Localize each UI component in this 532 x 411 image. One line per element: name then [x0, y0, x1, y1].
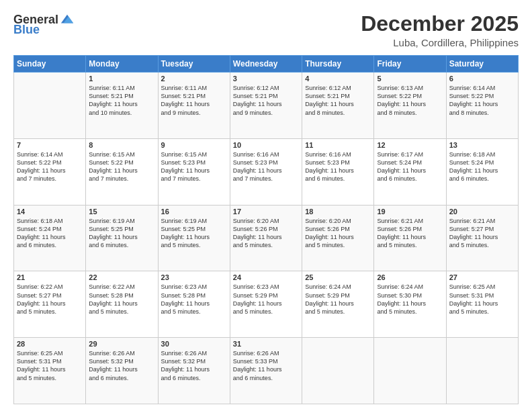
calendar-cell: 28Sunrise: 6:25 AM Sunset: 5:31 PM Dayli…: [14, 338, 86, 404]
day-number: 13: [449, 141, 515, 149]
day-info: Sunrise: 6:21 AM Sunset: 5:26 PM Dayligh…: [377, 217, 443, 250]
calendar-cell: 26Sunrise: 6:24 AM Sunset: 5:30 PM Dayli…: [374, 271, 446, 338]
calendar-cell: 20Sunrise: 6:21 AM Sunset: 5:27 PM Dayli…: [446, 205, 518, 271]
calendar-cell: 10Sunrise: 6:16 AM Sunset: 5:23 PM Dayli…: [230, 138, 302, 205]
day-number: 29: [89, 340, 154, 348]
calendar-table: Sunday Monday Tuesday Wednesday Thursday…: [13, 55, 519, 404]
page: General Blue December 2025 Luba, Cordill…: [0, 0, 532, 411]
calendar-cell: 18Sunrise: 6:20 AM Sunset: 5:26 PM Dayli…: [302, 205, 374, 271]
week-row-3: 21Sunrise: 6:22 AM Sunset: 5:27 PM Dayli…: [14, 271, 519, 338]
day-number: 19: [377, 208, 443, 216]
month-title: December 2025: [361, 12, 519, 36]
day-info: Sunrise: 6:20 AM Sunset: 5:26 PM Dayligh…: [233, 217, 299, 250]
day-number: 20: [449, 208, 515, 216]
day-info: Sunrise: 6:26 AM Sunset: 5:32 PM Dayligh…: [161, 349, 227, 382]
day-number: 17: [233, 208, 299, 216]
week-row-2: 14Sunrise: 6:18 AM Sunset: 5:24 PM Dayli…: [14, 205, 519, 271]
col-saturday: Saturday: [446, 56, 518, 73]
calendar-cell: 7Sunrise: 6:14 AM Sunset: 5:22 PM Daylig…: [14, 138, 86, 205]
logo-blue: Blue: [13, 23, 40, 37]
day-info: Sunrise: 6:22 AM Sunset: 5:27 PM Dayligh…: [17, 283, 83, 316]
calendar-cell: 24Sunrise: 6:23 AM Sunset: 5:29 PM Dayli…: [230, 271, 302, 338]
day-info: Sunrise: 6:22 AM Sunset: 5:28 PM Dayligh…: [89, 283, 154, 316]
calendar-cell: 2Sunrise: 6:11 AM Sunset: 5:21 PM Daylig…: [158, 73, 230, 139]
day-info: Sunrise: 6:26 AM Sunset: 5:33 PM Dayligh…: [233, 349, 299, 382]
calendar-cell: [14, 73, 86, 139]
day-info: Sunrise: 6:19 AM Sunset: 5:25 PM Dayligh…: [89, 217, 154, 250]
day-info: Sunrise: 6:11 AM Sunset: 5:21 PM Dayligh…: [89, 84, 154, 117]
day-info: Sunrise: 6:23 AM Sunset: 5:28 PM Dayligh…: [161, 283, 227, 316]
day-info: Sunrise: 6:18 AM Sunset: 5:24 PM Dayligh…: [17, 217, 83, 250]
calendar-cell: 13Sunrise: 6:18 AM Sunset: 5:24 PM Dayli…: [446, 138, 518, 205]
calendar-cell: 16Sunrise: 6:19 AM Sunset: 5:25 PM Dayli…: [158, 205, 230, 271]
header-row: Sunday Monday Tuesday Wednesday Thursday…: [14, 56, 519, 73]
day-number: 5: [377, 75, 443, 83]
col-monday: Monday: [86, 56, 158, 73]
calendar-cell: 1Sunrise: 6:11 AM Sunset: 5:21 PM Daylig…: [86, 73, 158, 139]
day-info: Sunrise: 6:19 AM Sunset: 5:25 PM Dayligh…: [161, 217, 227, 250]
col-friday: Friday: [374, 56, 446, 73]
day-number: 22: [89, 273, 154, 281]
calendar-cell: [374, 338, 446, 404]
day-number: 6: [449, 75, 515, 83]
day-info: Sunrise: 6:14 AM Sunset: 5:22 PM Dayligh…: [449, 84, 515, 117]
day-number: 21: [17, 273, 83, 281]
day-info: Sunrise: 6:23 AM Sunset: 5:29 PM Dayligh…: [233, 283, 299, 316]
calendar-cell: 9Sunrise: 6:15 AM Sunset: 5:23 PM Daylig…: [158, 138, 230, 205]
day-number: 30: [161, 340, 227, 348]
day-info: Sunrise: 6:16 AM Sunset: 5:23 PM Dayligh…: [305, 150, 371, 183]
day-number: 10: [233, 141, 299, 149]
col-thursday: Thursday: [302, 56, 374, 73]
calendar-cell: 30Sunrise: 6:26 AM Sunset: 5:32 PM Dayli…: [158, 338, 230, 404]
title-block: December 2025 Luba, Cordillera, Philippi…: [361, 12, 519, 48]
calendar-cell: 4Sunrise: 6:12 AM Sunset: 5:21 PM Daylig…: [302, 73, 374, 139]
day-number: 16: [161, 208, 227, 216]
calendar-cell: 8Sunrise: 6:15 AM Sunset: 5:22 PM Daylig…: [86, 138, 158, 205]
day-number: 18: [305, 208, 371, 216]
calendar-cell: 22Sunrise: 6:22 AM Sunset: 5:28 PM Dayli…: [86, 271, 158, 338]
week-row-4: 28Sunrise: 6:25 AM Sunset: 5:31 PM Dayli…: [14, 338, 519, 404]
calendar-cell: 3Sunrise: 6:12 AM Sunset: 5:21 PM Daylig…: [230, 73, 302, 139]
day-info: Sunrise: 6:21 AM Sunset: 5:27 PM Dayligh…: [449, 217, 515, 250]
day-number: 4: [305, 75, 371, 83]
day-info: Sunrise: 6:24 AM Sunset: 5:29 PM Dayligh…: [305, 283, 371, 316]
calendar-cell: 5Sunrise: 6:13 AM Sunset: 5:22 PM Daylig…: [374, 73, 446, 139]
logo: General Blue: [13, 12, 75, 37]
day-info: Sunrise: 6:15 AM Sunset: 5:22 PM Dayligh…: [89, 150, 154, 183]
calendar-cell: [446, 338, 518, 404]
day-number: 24: [233, 273, 299, 281]
calendar-cell: [302, 338, 374, 404]
day-number: 26: [377, 273, 443, 281]
day-number: 15: [89, 208, 154, 216]
day-info: Sunrise: 6:18 AM Sunset: 5:24 PM Dayligh…: [449, 150, 515, 183]
day-info: Sunrise: 6:26 AM Sunset: 5:32 PM Dayligh…: [89, 349, 154, 382]
day-number: 1: [89, 75, 154, 83]
calendar-cell: 17Sunrise: 6:20 AM Sunset: 5:26 PM Dayli…: [230, 205, 302, 271]
day-number: 31: [233, 340, 299, 348]
day-number: 28: [17, 340, 83, 348]
calendar-cell: 19Sunrise: 6:21 AM Sunset: 5:26 PM Dayli…: [374, 205, 446, 271]
day-number: 14: [17, 208, 83, 216]
calendar-cell: 14Sunrise: 6:18 AM Sunset: 5:24 PM Dayli…: [14, 205, 86, 271]
calendar-cell: 12Sunrise: 6:17 AM Sunset: 5:24 PM Dayli…: [374, 138, 446, 205]
day-number: 9: [161, 141, 227, 149]
col-wednesday: Wednesday: [230, 56, 302, 73]
day-number: 27: [449, 273, 515, 281]
calendar-cell: 15Sunrise: 6:19 AM Sunset: 5:25 PM Dayli…: [86, 205, 158, 271]
day-number: 8: [89, 141, 154, 149]
day-info: Sunrise: 6:15 AM Sunset: 5:23 PM Dayligh…: [161, 150, 227, 183]
day-number: 12: [377, 141, 443, 149]
calendar-cell: 11Sunrise: 6:16 AM Sunset: 5:23 PM Dayli…: [302, 138, 374, 205]
day-info: Sunrise: 6:13 AM Sunset: 5:22 PM Dayligh…: [377, 84, 443, 117]
calendar-cell: 25Sunrise: 6:24 AM Sunset: 5:29 PM Dayli…: [302, 271, 374, 338]
day-number: 3: [233, 75, 299, 83]
day-info: Sunrise: 6:20 AM Sunset: 5:26 PM Dayligh…: [305, 217, 371, 250]
logo-icon: [60, 12, 75, 27]
day-info: Sunrise: 6:14 AM Sunset: 5:22 PM Dayligh…: [17, 150, 83, 183]
day-number: 2: [161, 75, 227, 83]
col-sunday: Sunday: [14, 56, 86, 73]
calendar-cell: 29Sunrise: 6:26 AM Sunset: 5:32 PM Dayli…: [86, 338, 158, 404]
calendar-cell: 31Sunrise: 6:26 AM Sunset: 5:33 PM Dayli…: [230, 338, 302, 404]
day-info: Sunrise: 6:12 AM Sunset: 5:21 PM Dayligh…: [305, 84, 371, 117]
calendar-cell: 6Sunrise: 6:14 AM Sunset: 5:22 PM Daylig…: [446, 73, 518, 139]
